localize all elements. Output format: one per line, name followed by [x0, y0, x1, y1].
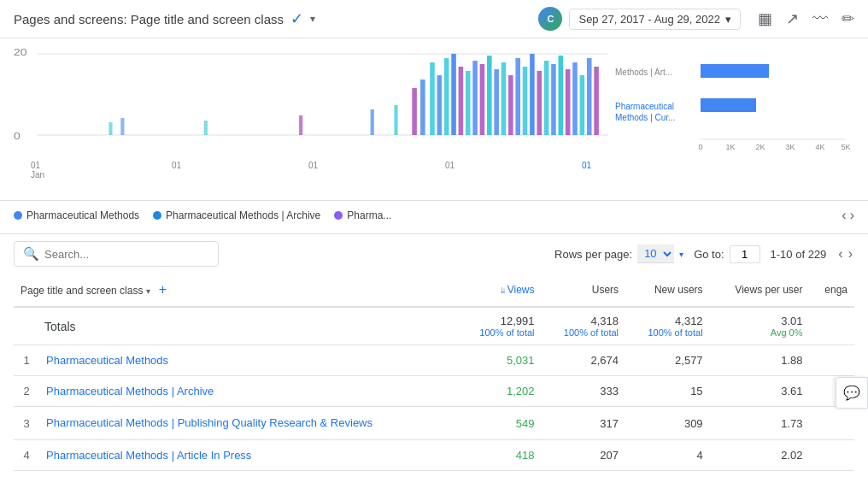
- svg-rect-33: [394, 105, 397, 135]
- svg-rect-9: [466, 71, 471, 135]
- x-label-2: 01: [172, 161, 181, 180]
- add-column-button[interactable]: +: [159, 282, 167, 297]
- row-name-1[interactable]: Pharmaceutical Methods: [39, 345, 457, 376]
- svg-text:5K: 5K: [841, 143, 850, 151]
- row-views-1: 5,031: [457, 345, 542, 376]
- totals-views-per-user: 3.01 Avg 0%: [710, 307, 810, 345]
- svg-text:3K: 3K: [785, 143, 795, 151]
- legend-next-button[interactable]: ›: [850, 208, 854, 223]
- search-box[interactable]: 🔍: [14, 241, 219, 267]
- svg-rect-5: [437, 75, 443, 135]
- chat-icon-button[interactable]: 💬: [836, 377, 868, 409]
- data-table-wrapper: Page title and screen class ▾ + ↓↓ Views…: [0, 274, 868, 471]
- rows-per-page-dropdown-icon: ▾: [679, 250, 683, 259]
- row-new-users-4: 4: [625, 440, 710, 471]
- x-label-1: 01Jan: [31, 161, 44, 180]
- x-label-5: 01: [582, 161, 591, 180]
- page-navigation: ‹ ›: [836, 244, 854, 263]
- col-header-new-users[interactable]: New users: [625, 274, 710, 307]
- share-icon[interactable]: ↗: [786, 9, 799, 28]
- totals-new-users: 4,312 100% of total: [625, 307, 710, 345]
- svg-rect-10: [472, 61, 478, 135]
- row-views-per-user-4: 2.02: [710, 440, 810, 471]
- goto-input[interactable]: [730, 245, 760, 263]
- row-views-per-user-1: 1.88: [710, 345, 810, 376]
- page-title: Pages and screens: Page title and screen…: [14, 12, 284, 26]
- svg-rect-4: [430, 62, 435, 135]
- row-new-users-1: 2,577: [625, 345, 710, 376]
- svg-rect-17: [523, 67, 528, 135]
- table-row: 4 Pharmaceutical Methods | Article In Pr…: [14, 440, 854, 471]
- line-chart: 20 0: [14, 45, 608, 193]
- rows-per-page-label: Rows per page:: [554, 248, 632, 261]
- row-users-2: 333: [542, 376, 626, 407]
- svg-text:0: 0: [14, 132, 21, 142]
- svg-rect-6: [444, 58, 449, 135]
- bar-chart-icon[interactable]: ▦: [758, 9, 772, 28]
- svg-rect-12: [487, 56, 492, 135]
- row-num-1: 1: [14, 345, 39, 376]
- date-range-label: Sep 27, 2017 - Aug 29, 2022: [578, 13, 720, 26]
- svg-rect-15: [508, 75, 513, 135]
- col-header-views[interactable]: ↓↓ Views: [457, 274, 542, 307]
- svg-rect-35: [420, 80, 425, 135]
- svg-rect-31: [299, 115, 302, 135]
- svg-text:Pharmaceutical: Pharmaceutical: [615, 102, 674, 111]
- svg-rect-32: [371, 109, 374, 135]
- svg-text:0: 0: [698, 143, 702, 151]
- row-users-4: 207: [542, 440, 626, 471]
- svg-text:Methods | Art...: Methods | Art...: [615, 68, 672, 77]
- row-name-2[interactable]: Pharmaceutical Methods | Archive: [39, 376, 457, 407]
- row-views-2: 1,202: [457, 376, 542, 407]
- svg-rect-40: [701, 98, 756, 112]
- prev-page-button[interactable]: ‹: [836, 244, 844, 263]
- header-icons: ▦ ↗ 〰 ✏: [758, 9, 854, 28]
- svg-rect-8: [459, 67, 464, 135]
- row-name-3[interactable]: Pharmaceutical Methods | Publishing Qual…: [39, 407, 457, 440]
- svg-rect-7: [451, 54, 456, 135]
- totals-row: Totals 12,991 100% of total 4,318 100% o…: [14, 307, 854, 345]
- date-range-arrow: ▾: [725, 13, 731, 26]
- svg-rect-27: [594, 67, 599, 135]
- col-header-name[interactable]: Page title and screen class ▾ +: [14, 274, 457, 307]
- search-input[interactable]: [44, 248, 209, 261]
- svg-rect-11: [480, 64, 485, 135]
- svg-rect-37: [701, 64, 769, 78]
- table-row: 3 Pharmaceutical Methods | Publishing Qu…: [14, 407, 854, 440]
- bar-chart: Methods | Art... Pharmaceutical Methods …: [615, 45, 854, 193]
- row-num-2: 2: [14, 376, 39, 407]
- col-name-dropdown-icon: ▾: [146, 286, 150, 296]
- x-label-4: 01: [445, 161, 455, 180]
- legend-prev-button[interactable]: ‹: [842, 208, 846, 223]
- svg-rect-14: [501, 62, 507, 135]
- row-new-users-3: 309: [625, 407, 710, 440]
- svg-text:1K: 1K: [725, 143, 735, 151]
- svg-rect-13: [494, 69, 499, 135]
- col-header-engage[interactable]: enga: [810, 274, 855, 307]
- trending-icon[interactable]: 〰: [812, 10, 828, 28]
- date-range-picker[interactable]: Sep 27, 2017 - Aug 29, 2022 ▾: [569, 9, 741, 30]
- dropdown-arrow[interactable]: ▾: [310, 13, 315, 25]
- avatar: C: [538, 7, 562, 31]
- table-row: 2 Pharmaceutical Methods | Archive 1,202…: [14, 376, 854, 407]
- row-users-1: 2,674: [542, 345, 626, 376]
- table-controls: 🔍 Rows per page: 10 25 50 ▾ Go to: 1-10 …: [0, 234, 868, 274]
- col-header-views-per-user[interactable]: Views per user: [710, 274, 810, 307]
- next-page-button[interactable]: ›: [847, 244, 854, 263]
- col-header-users[interactable]: Users: [542, 274, 626, 307]
- row-views-per-user-3: 1.73: [710, 407, 810, 440]
- totals-users: 4,318 100% of total: [542, 307, 626, 345]
- rows-per-page-control: Rows per page: 10 25 50 ▾: [554, 244, 683, 263]
- row-views-3: 549: [457, 407, 542, 440]
- svg-rect-22: [559, 56, 564, 135]
- table-row: 1 Pharmaceutical Methods 5,031 2,674 2,5…: [14, 345, 854, 376]
- svg-rect-24: [572, 62, 578, 135]
- rows-per-page-select[interactable]: 10 25 50: [637, 244, 674, 263]
- legend-item-2: Pharmaceutical Methods | Archive: [153, 209, 320, 221]
- svg-rect-26: [587, 58, 592, 135]
- edit-icon[interactable]: ✏: [842, 9, 854, 28]
- row-name-4[interactable]: Pharmaceutical Methods | Article In Pres…: [39, 440, 457, 471]
- page-header: Pages and screens: Page title and screen…: [0, 0, 868, 38]
- svg-rect-16: [515, 58, 520, 135]
- row-num-3: 3: [14, 407, 39, 440]
